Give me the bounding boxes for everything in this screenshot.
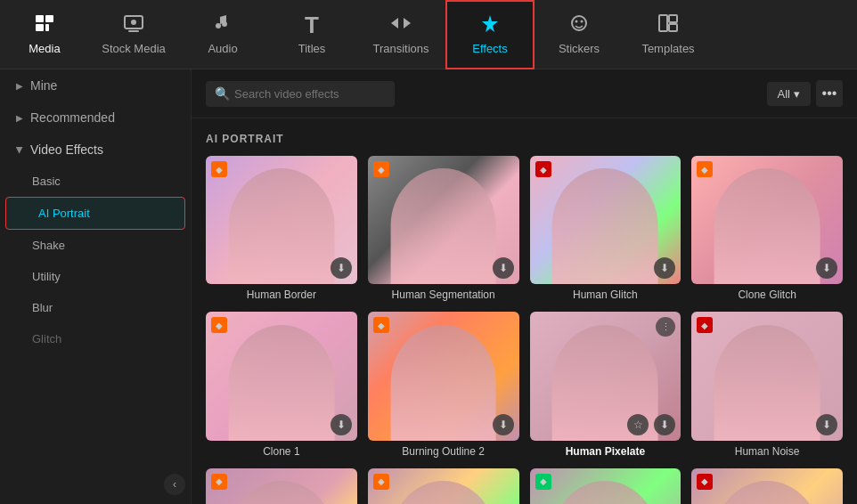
effects-icon [479,13,501,37]
filter-label: All [778,87,790,101]
sidebar: ▶ Mine ▶ Recommended ▶ Video Effects Bas… [0,69,192,504]
effect-thumb-human-pixelate: ⋮☆⬇ [530,312,682,440]
arrow-icon-video-effects: ▶ [15,146,25,153]
effect-card-clone-glitch[interactable]: ◆⬇Clone Glitch [691,156,843,301]
download-button-human-pixelate[interactable]: ⬇ [654,414,675,435]
sidebar-item-basic[interactable]: Basic [0,166,191,197]
chevron-down-icon: ▾ [794,87,800,101]
sidebar-item-shake[interactable]: Shake [0,230,191,261]
sidebar-item-video-effects[interactable]: ▶ Video Effects [0,134,191,166]
download-button-human-noise[interactable]: ⬇ [816,414,837,435]
sidebar-item-recommended[interactable]: ▶ Recommended [0,102,191,134]
badge-clone-glitch: ◆ [697,161,713,177]
content-area: 🔍 All ▾ ••• AI PORTRAIT ◆⬇Human Border◆⬇… [192,69,857,504]
effect-thumb-human-glitch: ◆⬇ [530,156,682,284]
effect-card-lightning-flash-2[interactable]: ◆⬇Lightning Flash 2 [691,468,843,504]
badge-clone-1: ◆ [211,317,227,333]
templates-icon [657,13,679,37]
search-bar: 🔍 All ▾ ••• [192,69,857,118]
sidebar-label-basic: Basic [32,175,61,188]
media-icon [34,13,55,37]
nav-media-label: Media [29,42,60,55]
effect-thumb-clone-1: ◆⬇ [206,312,357,440]
download-button-human-border[interactable]: ⬇ [331,257,352,279]
sidebar-label-blur: Blur [32,301,53,314]
effect-card-neon-ring-2[interactable]: ◆⬇Neon Ring 2 [368,468,519,504]
nav-media[interactable]: Media [0,0,89,69]
top-nav: Media Stock Media Audio T Titles Transit… [0,0,857,69]
badge-lightning-flash-2: ◆ [697,474,713,490]
sidebar-label-recommended: Recommended [30,110,115,125]
effect-thumb-burning-outline-2: ◆⬇ [368,312,519,440]
effect-thumb-human-border: ◆⬇ [206,156,357,284]
more-icon-human-pixelate[interactable]: ⋮ [656,317,675,337]
download-button-human-glitch[interactable]: ⬇ [654,257,675,279]
nav-effects[interactable]: Effects [445,0,535,69]
effect-card-clone-1[interactable]: ◆⬇Clone 1 [206,312,357,457]
sidebar-label-ai-portrait: AI Portrait [38,207,90,220]
nav-stock-media[interactable]: Stock Media [89,0,178,69]
effect-name-human-border: Human Border [206,289,357,301]
sidebar-item-mine[interactable]: ▶ Mine [0,69,191,102]
nav-transitions[interactable]: Transitions [356,0,445,69]
main-layout: ▶ Mine ▶ Recommended ▶ Video Effects Bas… [0,69,857,504]
audio-icon [214,13,232,37]
badge-human-segmentation: ◆ [373,161,389,177]
transitions-icon [389,13,412,37]
effect-card-neon-flow-4[interactable]: ◆⬇Neon Flow 4 [206,468,357,504]
effect-thumb-human-segmentation: ◆⬇ [368,156,519,284]
svg-rect-2 [36,24,44,31]
badge-lightning-flash-1: ◆ [535,474,551,490]
stock-media-icon [123,13,144,37]
sidebar-item-blur[interactable]: Blur [0,292,191,323]
effect-card-human-glitch[interactable]: ◆⬇Human Glitch [530,156,682,301]
badge-human-glitch: ◆ [535,161,551,177]
filter-button[interactable]: All ▾ [767,82,811,106]
arrow-icon-mine: ▶ [16,81,23,91]
star-button-human-pixelate[interactable]: ☆ [627,414,649,435]
more-options-button[interactable]: ••• [816,80,843,107]
search-right-controls: All ▾ ••• [767,80,843,107]
effect-card-human-pixelate[interactable]: ⋮☆⬇Human Pixelate [530,312,682,457]
effect-card-human-segmentation[interactable]: ◆⬇Human Segmentation [368,156,519,301]
effect-name-human-segmentation: Human Segmentation [368,289,519,301]
effect-thumb-neon-ring-2: ◆⬇ [368,468,519,504]
svg-point-8 [222,21,227,27]
nav-templates[interactable]: Templates [624,0,713,69]
sidebar-item-ai-portrait[interactable]: AI Portrait [5,197,185,230]
effect-card-human-noise[interactable]: ◆⬇Human Noise [691,312,843,457]
svg-rect-0 [36,15,44,22]
effect-thumb-neon-flow-4: ◆⬇ [206,468,357,504]
more-dots-icon: ••• [822,85,837,102]
search-input[interactable] [206,81,395,107]
svg-point-7 [216,23,221,28]
nav-titles-label: Titles [298,42,326,55]
nav-templates-label: Templates [641,42,694,55]
nav-stickers[interactable]: Stickers [535,0,624,69]
svg-point-5 [131,20,136,25]
badge-human-noise: ◆ [697,317,713,333]
sidebar-label-shake: Shake [32,239,65,252]
download-button-human-segmentation[interactable]: ⬇ [493,257,514,279]
effect-name-human-pixelate: Human Pixelate [530,445,682,458]
svg-point-12 [581,20,584,23]
download-button-clone-glitch[interactable]: ⬇ [816,257,837,279]
sidebar-item-utility[interactable]: Utility [0,261,191,292]
svg-point-11 [575,20,578,23]
badge-neon-ring-2: ◆ [373,474,389,490]
effect-card-human-border[interactable]: ◆⬇Human Border [206,156,357,301]
stickers-icon [568,13,590,37]
download-button-burning-outline-2[interactable]: ⬇ [493,414,514,435]
sidebar-collapse-button[interactable]: ‹ [164,474,185,495]
section-label: AI PORTRAIT [206,133,843,145]
svg-rect-15 [669,24,677,31]
nav-audio[interactable]: Audio [178,0,267,69]
effect-card-burning-outline-2[interactable]: ◆⬇Burning Outline 2 [368,312,519,457]
titles-icon: T [305,13,319,37]
effect-card-lightning-flash-1[interactable]: ◆⬇Lightning Flash 1 [530,468,682,504]
arrow-icon-recommended: ▶ [16,113,23,123]
nav-titles[interactable]: T Titles [267,0,356,69]
download-button-clone-1[interactable]: ⬇ [331,414,352,435]
sidebar-label-glitch: Glitch [32,332,61,345]
sidebar-item-glitch[interactable]: Glitch [0,323,191,354]
